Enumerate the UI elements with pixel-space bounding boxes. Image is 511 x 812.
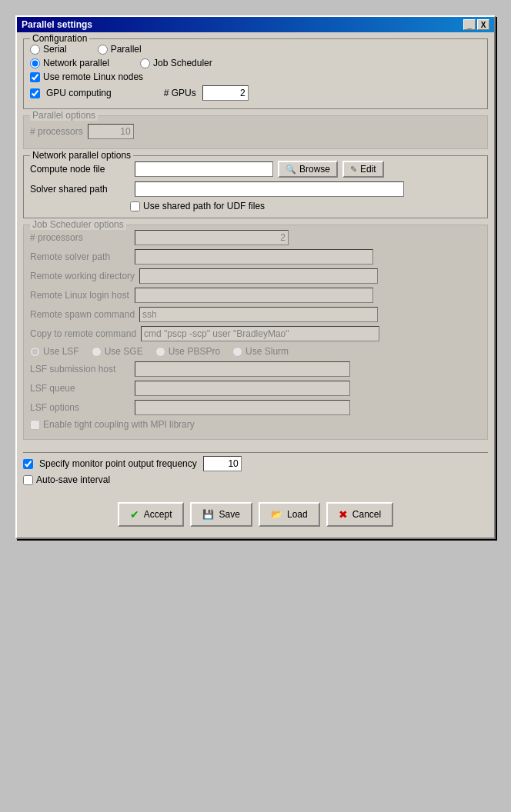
js-login-host-input xyxy=(135,288,373,303)
cb-remote-linux[interactable] xyxy=(30,72,40,82)
js-spawn-cmd-label: Remote spawn command xyxy=(30,309,135,320)
scheduler-radio-row: Use LSF Use SGE Use PBSPro Use Slurm xyxy=(30,346,481,357)
radio-pbs-item: Use PBSPro xyxy=(155,346,220,357)
js-processors-row: # processors xyxy=(30,230,481,245)
radio-serial-label: Serial xyxy=(43,44,67,55)
title-bar-buttons: _ X xyxy=(463,19,489,30)
lsf-host-input xyxy=(135,361,350,377)
lsf-queue-label: LSF queue xyxy=(30,383,130,394)
node-file-label: Compute node file xyxy=(30,164,130,175)
node-file-row: Compute node file 🔍 Browse ✎ Edit xyxy=(30,161,481,178)
node-file-input[interactable] xyxy=(135,161,273,177)
minimize-button[interactable]: _ xyxy=(463,19,476,30)
accept-icon: ✔ xyxy=(130,508,139,521)
js-login-host-label: Remote Linux login host xyxy=(30,290,130,301)
parallel-processors-row: # processors xyxy=(30,121,481,142)
window-body: Configuration Serial Parallel Network pa… xyxy=(17,32,494,537)
edit-label: Edit xyxy=(360,164,376,175)
radio-slurm xyxy=(232,347,242,357)
configuration-group: Configuration Serial Parallel Network pa… xyxy=(23,38,488,109)
accept-label: Accept xyxy=(144,509,172,520)
js-processors-input xyxy=(135,230,289,245)
radio-sge xyxy=(92,347,102,357)
js-spawn-cmd-row: Remote spawn command xyxy=(30,307,481,322)
js-solver-path-label: Remote solver path xyxy=(30,251,130,262)
radio-serial-item[interactable]: Serial xyxy=(30,44,67,55)
radio-sge-item: Use SGE xyxy=(92,346,143,357)
cancel-label: Cancel xyxy=(352,509,381,520)
parallel-options-label: Parallel options xyxy=(30,110,98,121)
radio-row-1: Serial Parallel xyxy=(30,44,481,55)
radio-parallel-item[interactable]: Parallel xyxy=(98,44,142,55)
js-solver-path-row: Remote solver path xyxy=(30,249,481,265)
browse-icon: 🔍 xyxy=(286,165,296,175)
job-scheduler-group: Job Scheduler options # processors Remot… xyxy=(23,225,488,440)
radio-job-item[interactable]: Job Scheduler xyxy=(140,58,212,68)
radio-parallel[interactable] xyxy=(98,45,108,55)
js-processors-label: # processors xyxy=(30,232,130,243)
cb-monitor-freq-label: Specify monitor point output frequency xyxy=(39,458,197,469)
js-working-dir-label: Remote working directory xyxy=(30,271,135,281)
save-button[interactable]: 💾 Save xyxy=(190,502,252,527)
load-label: Load xyxy=(287,509,308,520)
edit-icon: ✎ xyxy=(350,165,357,175)
network-parallel-group: Network parallel options Compute node fi… xyxy=(23,155,488,218)
load-button[interactable]: 📂 Load xyxy=(259,502,320,527)
solver-path-input[interactable] xyxy=(135,181,404,197)
title-bar: Parallel settings _ X xyxy=(17,17,494,32)
cancel-button[interactable]: ✖ Cancel xyxy=(326,502,393,527)
lsf-options-label: LSF options xyxy=(30,402,130,413)
cb-remote-linux-item: Use remote Linux nodes xyxy=(30,72,481,82)
radio-lsf-label: Use LSF xyxy=(43,346,79,357)
radio-row-2: Network parallel Job Scheduler xyxy=(30,58,481,68)
save-label: Save xyxy=(219,509,239,520)
gpu-count-input[interactable] xyxy=(202,85,249,101)
radio-network-item[interactable]: Network parallel xyxy=(30,58,109,68)
cb-monitor-freq[interactable] xyxy=(23,459,33,469)
solver-path-label: Solver shared path xyxy=(30,184,130,195)
radio-job[interactable] xyxy=(140,58,150,68)
radio-lsf-item: Use LSF xyxy=(30,346,79,357)
lsf-options-row: LSF options xyxy=(30,400,481,415)
configuration-label: Configuration xyxy=(30,33,89,44)
cb-autosave[interactable] xyxy=(23,475,33,485)
js-copy-cmd-input xyxy=(141,326,379,341)
cb-mpi xyxy=(30,420,40,430)
js-copy-cmd-label: Copy to remote command xyxy=(30,328,136,339)
cb-gpu-label: GPU computing xyxy=(46,88,112,98)
bottom-section: Specify monitor point output frequency A… xyxy=(23,446,488,491)
parallel-processors-input xyxy=(88,124,134,139)
lsf-options-input xyxy=(135,400,350,415)
job-scheduler-label: Job Scheduler options xyxy=(30,219,126,230)
cb-gpu[interactable] xyxy=(30,88,40,98)
close-button[interactable]: X xyxy=(477,19,489,30)
js-login-host-row: Remote Linux login host xyxy=(30,288,481,303)
js-spawn-cmd-input xyxy=(139,307,378,322)
cancel-icon: ✖ xyxy=(339,508,348,521)
cb-shared-udf[interactable] xyxy=(130,201,140,211)
network-parallel-label: Network parallel options xyxy=(30,150,133,161)
radio-serial[interactable] xyxy=(30,45,40,55)
gpu-row: GPU computing # GPUs xyxy=(30,85,481,101)
radio-slurm-item: Use Slurm xyxy=(232,346,289,357)
action-buttons: ✔ Accept 💾 Save 📂 Load ✖ Cancel xyxy=(23,498,488,531)
solver-path-row: Solver shared path xyxy=(30,181,481,197)
js-working-dir-row: Remote working directory xyxy=(30,268,481,284)
lsf-host-label: LSF submission host xyxy=(30,364,130,374)
monitor-freq-input[interactable] xyxy=(203,456,242,471)
js-solver-path-input xyxy=(135,249,373,265)
parallel-settings-window: Parallel settings _ X Configuration Seri… xyxy=(15,15,496,539)
lsf-queue-input xyxy=(135,381,350,396)
browse-button[interactable]: 🔍 Browse xyxy=(278,161,338,178)
cb-autosave-label: Auto-save interval xyxy=(36,474,110,485)
accept-button[interactable]: ✔ Accept xyxy=(118,502,185,527)
radio-pbs-label: Use PBSPro xyxy=(169,346,220,357)
radio-network[interactable] xyxy=(30,58,40,68)
save-icon: 💾 xyxy=(202,509,214,520)
radio-parallel-label: Parallel xyxy=(111,44,142,55)
window-title: Parallel settings xyxy=(22,19,92,30)
radio-pbs xyxy=(155,347,165,357)
edit-button[interactable]: ✎ Edit xyxy=(342,161,384,178)
gpu-count-label: # GPUs xyxy=(164,88,196,98)
lsf-host-row: LSF submission host xyxy=(30,361,481,377)
